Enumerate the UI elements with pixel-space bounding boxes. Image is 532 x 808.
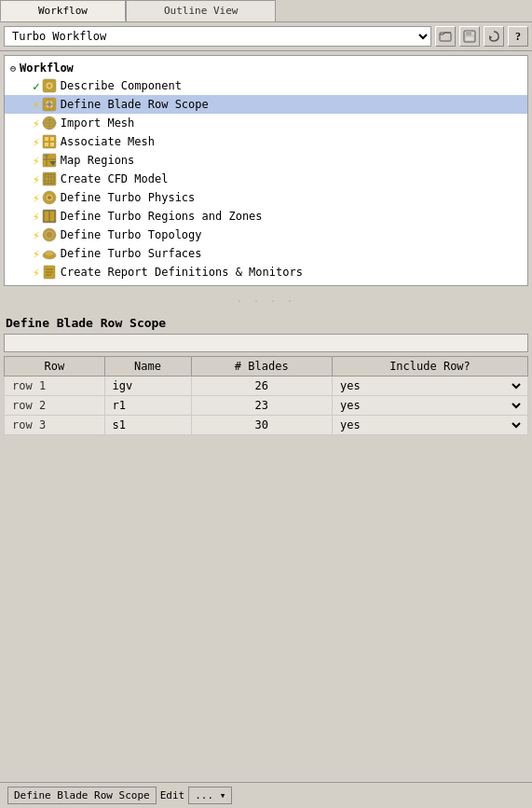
svg-marker-4 xyxy=(489,35,493,39)
workflow-select[interactable]: Turbo Workflow xyxy=(4,26,431,47)
include-select-0[interactable]: yesno xyxy=(336,378,524,393)
status-menu-label: ... xyxy=(195,789,213,801)
svg-rect-3 xyxy=(465,36,474,41)
workflow-item-physics[interactable]: ⚡ Define Turbo Physics xyxy=(5,188,527,207)
workflow-title: Workflow xyxy=(20,62,74,75)
item-label-import: Import Mesh xyxy=(61,116,134,130)
status-menu-button[interactable]: ... ▾ xyxy=(188,787,232,804)
workflow-header[interactable]: ⊖ Workflow xyxy=(5,60,527,76)
workflow-item-associate[interactable]: ⚡ Associate Mesh xyxy=(5,132,527,151)
lightning-icon-report: ⚡ xyxy=(33,266,40,280)
lightning-icon-physics: ⚡ xyxy=(33,191,40,205)
associate-icon xyxy=(42,134,57,149)
cell-name-0: igv xyxy=(104,377,191,396)
open-icon xyxy=(439,30,452,43)
workflow-item-report[interactable]: ⚡ Create Report Definitions & Monitors xyxy=(5,263,527,281)
panel-inner-bar xyxy=(4,334,528,352)
cell-name-2: s1 xyxy=(104,416,191,435)
open-button[interactable] xyxy=(435,26,456,47)
col-header-include: Include Row? xyxy=(332,357,527,377)
collapse-icon: ⊖ xyxy=(10,63,16,74)
include-select-1[interactable]: yesno xyxy=(336,398,524,413)
topology-icon xyxy=(42,227,57,242)
svg-point-7 xyxy=(48,84,51,88)
workflow-item-topology[interactable]: ⚡ Define Turbo Topology xyxy=(5,226,527,244)
table-row: row 3s130yesno xyxy=(5,416,528,435)
describe-icon xyxy=(42,78,57,93)
refresh-icon xyxy=(487,30,500,43)
item-label-map: Map Regions xyxy=(61,154,134,167)
svg-rect-22 xyxy=(43,154,56,167)
lightning-icon-surfaces: ⚡ xyxy=(33,247,40,261)
col-header-row: Row xyxy=(5,357,105,377)
cfd-icon xyxy=(42,171,57,186)
refresh-button[interactable] xyxy=(484,26,504,47)
item-label-physics: Define Turbo Physics xyxy=(61,191,196,204)
workflow-item-regions[interactable]: ⚡ Define Turbo Regions and Zones xyxy=(5,207,527,226)
include-select-2[interactable]: yesno xyxy=(336,418,524,432)
data-table: Row Name # Blades Include Row? row 1igv2… xyxy=(4,356,528,435)
lightning-icon-blade: ⚡ xyxy=(33,98,40,112)
svg-point-39 xyxy=(47,232,52,238)
svg-rect-21 xyxy=(50,143,54,146)
item-label-cfd: Create CFD Model xyxy=(61,172,169,185)
workflow-item-map-regions[interactable]: ⚡ Map Regions xyxy=(5,151,527,170)
cell-include-0[interactable]: yesno xyxy=(332,377,527,396)
status-bar: Define Blade Row Scope Edit ... ▾ xyxy=(0,782,532,808)
lightning-icon-map: ⚡ xyxy=(33,154,40,168)
help-button[interactable]: ? xyxy=(508,26,528,47)
help-icon: ? xyxy=(515,30,521,44)
import-mesh-icon xyxy=(42,116,57,130)
item-label-describe: Describe Component xyxy=(61,79,182,92)
toolbar: Turbo Workflow ? xyxy=(0,22,532,51)
divider: · · · · xyxy=(0,290,532,312)
cell-include-1[interactable]: yesno xyxy=(332,396,527,416)
lightning-icon-regions: ⚡ xyxy=(33,210,40,224)
lightning-icon-topology: ⚡ xyxy=(33,228,40,242)
cell-row-0: row 1 xyxy=(5,377,105,396)
col-header-name: Name xyxy=(104,357,191,377)
cell-blades-0: 26 xyxy=(191,377,332,396)
physics-icon xyxy=(42,190,57,205)
svg-rect-19 xyxy=(50,137,54,141)
tab-workflow[interactable]: Workflow xyxy=(0,0,126,21)
svg-point-41 xyxy=(45,251,54,256)
dropdown-arrow-icon: ▾ xyxy=(220,789,226,801)
svg-point-33 xyxy=(48,196,51,199)
cell-row-2: row 3 xyxy=(5,416,105,435)
lightning-icon-cfd: ⚡ xyxy=(33,172,40,186)
lightning-icon-associate: ⚡ xyxy=(33,135,40,149)
detail-title: Define Blade Row Scope xyxy=(4,312,528,334)
workflow-item-import-mesh[interactable]: ⚡ Import Mesh xyxy=(5,114,527,132)
report-icon xyxy=(42,265,57,280)
regions-icon xyxy=(42,209,57,224)
item-label-associate: Associate Mesh xyxy=(61,135,155,148)
check-icon: ✓ xyxy=(33,79,40,93)
svg-rect-2 xyxy=(466,31,471,35)
workflow-item-blade-row[interactable]: ⚡ Define Blade Row Scope xyxy=(5,95,527,114)
status-edit-label: Edit xyxy=(160,789,185,801)
svg-rect-20 xyxy=(45,143,48,146)
cell-blades-1: 23 xyxy=(191,396,332,416)
cell-include-2[interactable]: yesno xyxy=(332,416,527,435)
blade-row-icon xyxy=(42,97,57,112)
map-regions-icon xyxy=(42,153,57,168)
detail-panel: Define Blade Row Scope Row Name # Blades… xyxy=(4,312,528,435)
item-label-report: Create Report Definitions & Monitors xyxy=(61,266,303,279)
cell-name-1: r1 xyxy=(104,396,191,416)
tab-outline[interactable]: Outline View xyxy=(126,0,276,21)
item-label-topology: Define Turbo Topology xyxy=(61,228,202,241)
save-icon xyxy=(463,30,476,43)
col-header-blades: # Blades xyxy=(191,357,332,377)
surfaces-icon xyxy=(42,246,57,261)
svg-rect-0 xyxy=(440,33,451,41)
table-row: row 1igv26yesno xyxy=(5,377,528,396)
status-action-button[interactable]: Define Blade Row Scope xyxy=(7,787,157,804)
lightning-icon-import: ⚡ xyxy=(33,116,40,130)
cell-row-1: row 2 xyxy=(5,396,105,416)
workflow-item-cfd[interactable]: ⚡ Create CFD Model xyxy=(5,170,527,188)
save-button[interactable] xyxy=(459,26,480,47)
cell-blades-2: 30 xyxy=(191,416,332,435)
workflow-item-surfaces[interactable]: ⚡ Define Turbo Surfaces xyxy=(5,244,527,263)
workflow-item-describe[interactable]: ✓ Describe Component xyxy=(5,76,527,95)
